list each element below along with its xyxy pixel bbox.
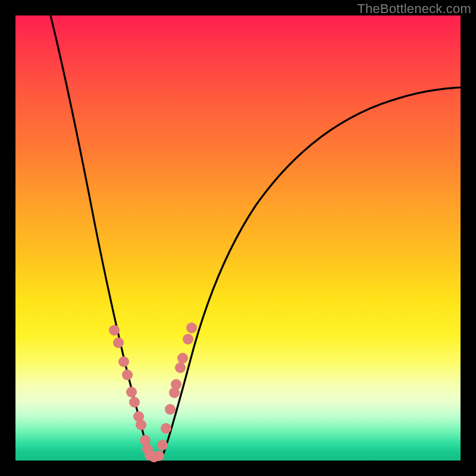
curve-right-branch [162,87,461,458]
svg-point-4 [126,387,137,397]
svg-point-5 [129,397,140,408]
scatter-points [109,322,197,462]
svg-point-0 [109,325,120,336]
curve-left-branch [51,15,154,458]
svg-point-20 [183,334,193,345]
chart-frame: TheBottleneck.com [0,0,476,476]
svg-point-3 [122,369,133,380]
svg-point-12 [154,450,164,461]
svg-point-2 [118,356,129,367]
svg-point-14 [161,423,171,434]
svg-point-18 [175,362,186,373]
svg-point-21 [186,322,197,333]
svg-point-1 [113,337,124,348]
svg-point-19 [177,353,188,364]
svg-point-15 [165,404,176,415]
svg-point-17 [171,379,181,390]
svg-point-13 [157,440,168,450]
chart-overlay [0,0,476,476]
svg-point-7 [136,419,146,430]
